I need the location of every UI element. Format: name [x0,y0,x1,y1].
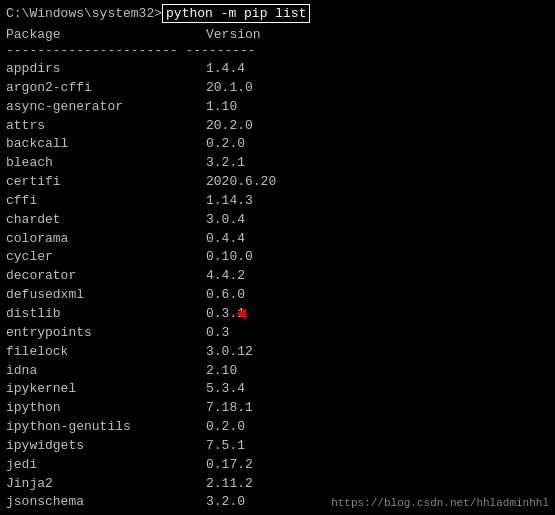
package-version: 2020.6.20 [206,173,276,192]
table-row: appdirs1.4.4 [6,60,549,79]
package-header: Package [6,27,206,42]
package-version: 3.2.1 [206,154,245,173]
table-row: backcall0.2.0 [6,135,549,154]
table-row: certifi2020.6.20 [6,173,549,192]
command-box: python -m pip list [162,4,310,23]
package-version: 3.0.12 [206,343,253,362]
package-name: certifi [6,173,206,192]
package-version: 0.17.2 [206,456,253,475]
package-version: 0.10.0 [206,248,253,267]
package-name: chardet [6,211,206,230]
package-name: async-generator [6,98,206,117]
package-name: idna [6,362,206,381]
package-name: colorama [6,230,206,249]
package-version: 1.10 [206,98,237,117]
package-name: cffi [6,192,206,211]
package-version: 0.2.0 [206,418,245,437]
package-version: 20.1.0 [206,79,253,98]
package-version: 2.11.2 [206,475,253,494]
terminal-window: C:\Windows\system32> python -m pip list … [0,0,555,515]
package-version: 1.14.3 [206,192,253,211]
table-row: cycler0.10.0 [6,248,549,267]
package-version: 5.3.4 [206,380,245,399]
table-row: attrs20.2.0 [6,117,549,136]
table-header: Package Version [6,27,549,42]
package-version: 3.2.0 [206,493,245,512]
package-name: jsonschema [6,493,206,512]
command-line: C:\Windows\system32> python -m pip list [6,4,549,23]
table-row: ipywidgets7.5.1 [6,437,549,456]
package-name: backcall [6,135,206,154]
table-row: chardet3.0.4 [6,211,549,230]
package-name: cycler [6,248,206,267]
table-row: argon2-cffi20.1.0 [6,79,549,98]
table-row: Jinja22.11.2 [6,475,549,494]
package-name: attrs [6,117,206,136]
package-list: appdirs1.4.4argon2-cffi20.1.0async-gener… [6,60,549,515]
package-name: decorator [6,267,206,286]
package-name: entrypoints [6,324,206,343]
package-name: jedi [6,456,206,475]
table-row: colorama0.4.4 [6,230,549,249]
table-row: distlib0.3.1◄ [6,305,549,324]
package-name: defusedxml [6,286,206,305]
package-name: appdirs [6,60,206,79]
table-row: idna2.10 [6,362,549,381]
table-row: filelock3.0.12 [6,343,549,362]
table-row: defusedxml0.6.0 [6,286,549,305]
package-name: Jinja2 [6,475,206,494]
table-row: entrypoints0.3 [6,324,549,343]
table-row: decorator4.4.2 [6,267,549,286]
version-header: Version [206,27,261,42]
separator: ---------------------- --------- [6,43,549,58]
table-row: ipython7.18.1 [6,399,549,418]
table-row: cffi1.14.3 [6,192,549,211]
table-row: ipython-genutils0.2.0 [6,418,549,437]
package-name: bleach [6,154,206,173]
package-version: 4.4.2 [206,267,245,286]
package-version: 0.2.0 [206,135,245,154]
package-version: 2.10 [206,362,237,381]
watermark: https://blog.csdn.net/hhladminhhl [331,497,549,509]
package-name: ipywidgets [6,437,206,456]
package-version: 0.4.4 [206,230,245,249]
prompt: C:\Windows\system32> [6,6,162,21]
package-version: 7.5.1 [206,437,245,456]
package-version: 20.2.0 [206,117,253,136]
package-name: filelock [6,343,206,362]
package-name: argon2-cffi [6,79,206,98]
package-version: 0.3 [206,324,229,343]
package-name: ipykernel [6,380,206,399]
package-version: 7.18.1 [206,399,253,418]
package-name: ipython [6,399,206,418]
table-row: ipykernel5.3.4 [6,380,549,399]
table-row: jedi0.17.2 [6,456,549,475]
table-row: bleach3.2.1 [6,154,549,173]
package-version: 3.0.4 [206,211,245,230]
package-name: ipython-genutils [6,418,206,437]
table-row: async-generator1.10 [6,98,549,117]
package-version: 1.4.4 [206,60,245,79]
package-name: distlib [6,305,206,324]
